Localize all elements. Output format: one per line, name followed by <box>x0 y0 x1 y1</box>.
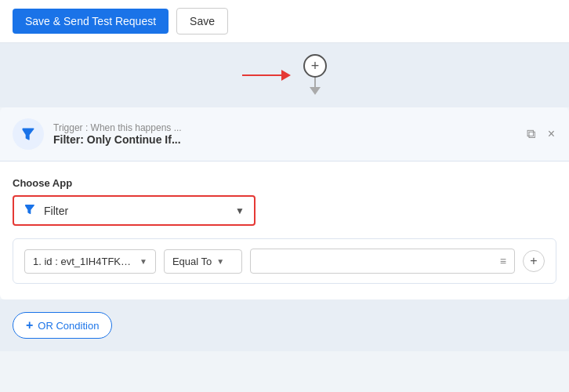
filter-card-header: Trigger : When this happens ... Filter: … <box>0 107 569 162</box>
operator-chevron-icon: ▼ <box>216 257 224 266</box>
card-body: Choose App Filter ▼ 1. id : evt_1IH4TFKd… <box>0 162 569 299</box>
app-select-label: Filter <box>44 205 235 217</box>
toolbar: Save & Send Test Request Save <box>0 0 569 43</box>
add-step-button[interactable]: + <box>303 54 327 78</box>
or-condition-label: OR Condition <box>38 320 99 332</box>
arrow-line <box>242 74 281 76</box>
down-arrow <box>310 87 321 96</box>
bottom-section: + OR Condition <box>0 299 569 351</box>
or-condition-button[interactable]: + OR Condition <box>13 312 112 339</box>
add-condition-button[interactable]: + <box>523 250 545 272</box>
value-input-field[interactable]: ≡ <box>250 249 515 274</box>
filter-label: Filter: Only Continue If... <box>53 133 182 146</box>
funnel-icon-small <box>24 203 36 216</box>
red-arrow <box>242 70 295 81</box>
filter-funnel-icon <box>20 126 36 142</box>
field-select-dropdown[interactable]: 1. id : evt_1IH4TFKdetPNFi ▼ <box>24 249 156 274</box>
plus-connector: + <box>303 54 327 96</box>
card-title-block: Trigger : When this happens ... Filter: … <box>53 122 182 146</box>
save-send-button[interactable]: Save & Send Test Request <box>13 9 169 34</box>
filter-icon-wrapper <box>13 118 44 150</box>
app-select-chevron-icon: ▼ <box>235 205 245 216</box>
connector-area: + <box>0 43 569 107</box>
trigger-label: Trigger : When this happens ... <box>53 122 182 133</box>
hamburger-icon: ≡ <box>500 255 506 267</box>
save-button[interactable]: Save <box>176 8 228 34</box>
connector-line <box>314 78 316 87</box>
app-select-dropdown[interactable]: Filter ▼ <box>13 195 256 226</box>
card-actions: ⧉ × <box>524 125 558 143</box>
or-plus-icon: + <box>26 318 33 332</box>
close-button[interactable]: × <box>545 125 558 143</box>
arrow-head <box>281 70 291 81</box>
choose-app-label: Choose App <box>13 177 556 189</box>
operator-select-dropdown[interactable]: Equal To ▼ <box>164 249 242 274</box>
field-select-label: 1. id : evt_1IH4TFKdetPNFi <box>33 256 135 267</box>
operator-select-label: Equal To <box>172 256 212 267</box>
funnel-small-icon <box>24 203 36 218</box>
condition-row: 1. id : evt_1IH4TFKdetPNFi ▼ Equal To ▼ … <box>13 238 556 284</box>
down-arrow-icon <box>310 87 321 95</box>
field-chevron-icon: ▼ <box>140 257 147 266</box>
copy-button[interactable]: ⧉ <box>524 125 538 143</box>
